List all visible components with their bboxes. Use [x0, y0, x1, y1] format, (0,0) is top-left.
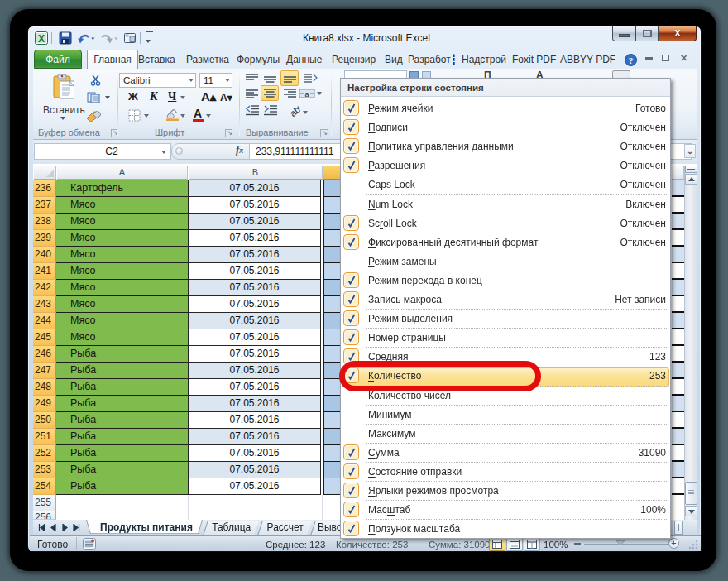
- svg-text:ab: ab: [288, 104, 301, 117]
- svg-text:X: X: [38, 33, 45, 45]
- svg-text:a: a: [304, 90, 309, 98]
- svg-text:?: ?: [629, 55, 634, 65]
